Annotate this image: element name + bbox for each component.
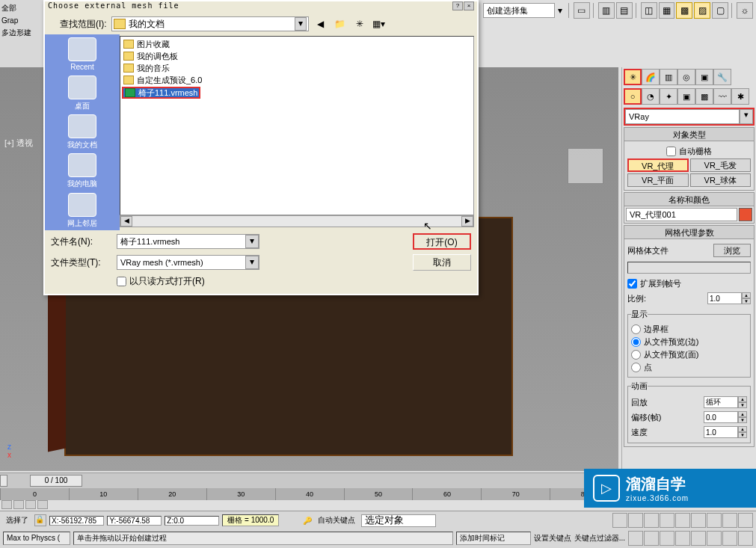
time-slider-handle[interactable]: 0 / 100	[30, 475, 82, 487]
nav-walk[interactable]	[707, 531, 722, 546]
render-setup-button[interactable]: ▨	[694, 2, 710, 19]
systems-tab[interactable]: ✱	[731, 88, 749, 105]
nav-play[interactable]	[644, 513, 659, 528]
category-value[interactable]	[625, 109, 740, 124]
cancel-button[interactable]: 取消	[413, 254, 471, 271]
object-color-swatch[interactable]	[739, 208, 752, 221]
left-combo[interactable]: 全部	[1, 1, 42, 15]
selection-set-combo[interactable]	[483, 3, 555, 18]
next-key-button[interactable]	[37, 500, 48, 509]
category-dropdown[interactable]: ▾	[624, 108, 755, 126]
nav-orbit[interactable]	[722, 531, 737, 546]
spinner-up[interactable]: ▲	[742, 292, 751, 298]
nav-next-frame[interactable]	[660, 513, 674, 528]
vr-fur-button[interactable]: VR_毛发	[690, 158, 752, 172]
material-editor-button[interactable]: ▩	[676, 2, 692, 19]
filetype-input[interactable]	[117, 256, 245, 269]
display-point-radio[interactable]	[631, 363, 641, 372]
nav-region[interactable]	[675, 531, 690, 546]
nav-zoom-all[interactable]	[644, 531, 659, 546]
setkey-button[interactable]: 设置关键点	[534, 533, 571, 544]
cameras-tab[interactable]: ▣	[677, 88, 695, 105]
offset-input[interactable]	[704, 411, 738, 423]
auto-grid-checkbox[interactable]	[666, 147, 676, 156]
expand-frame-checkbox[interactable]	[627, 279, 637, 289]
dropdown-arrow-icon[interactable]: ▾	[740, 109, 753, 124]
places-item[interactable]: Recent	[45, 34, 120, 73]
render-button[interactable]: ☼	[737, 2, 753, 19]
layers-button[interactable]: ▤	[616, 2, 633, 19]
spinner-down[interactable]: ▼	[742, 298, 751, 304]
dropdown-arrow-icon[interactable]: ▾	[245, 235, 259, 248]
file-item[interactable]: 自定生成预设_6.0	[122, 74, 472, 86]
file-item[interactable]: 椅子111.vrmesh	[122, 87, 200, 99]
prev-key-button[interactable]	[25, 500, 36, 509]
vr-proxy-button[interactable]: VR_代理	[627, 158, 689, 172]
viewcube[interactable]	[568, 148, 603, 184]
display-tab[interactable]: ▣	[695, 69, 713, 85]
time-tag[interactable]: 添加时间标记	[456, 532, 531, 545]
lock-button[interactable]: 🔒	[34, 514, 46, 526]
up-button[interactable]: 📁	[333, 16, 348, 31]
nav-pan2[interactable]	[691, 531, 706, 546]
selection-dropdown[interactable]	[361, 514, 436, 527]
key-mode-button[interactable]	[1, 500, 12, 509]
playback-input[interactable]	[704, 396, 738, 408]
places-item[interactable]: 网上邻居	[45, 191, 120, 230]
geometry-tab[interactable]: ○	[624, 88, 642, 105]
create-tab[interactable]: ✳	[624, 69, 642, 85]
nav-max[interactable]	[738, 513, 753, 528]
nav-arc[interactable]	[707, 513, 722, 528]
vr-plane-button[interactable]: VR_平面	[627, 173, 689, 187]
vr-sphere-button[interactable]: VR_球体	[690, 173, 752, 187]
filename-input[interactable]	[117, 235, 245, 248]
places-item[interactable]: 我的电脑	[45, 152, 120, 191]
display-preview-faces-radio[interactable]	[631, 350, 641, 360]
horizontal-scrollbar[interactable]: ◀▶	[120, 215, 474, 227]
nav-prev-key[interactable]	[612, 513, 627, 528]
new-folder-button[interactable]: ✳	[352, 16, 367, 31]
places-item[interactable]: 桌面	[45, 73, 120, 112]
browse-button[interactable]: 浏览	[713, 244, 751, 257]
lights-tab[interactable]: ✦	[660, 88, 677, 105]
viewport-label[interactable]: [+] 透视	[4, 138, 33, 149]
file-item[interactable]: 图片收藏	[122, 38, 472, 50]
schematic-button[interactable]: ▦	[659, 2, 675, 19]
y-input[interactable]	[116, 517, 159, 525]
keyfilter-button[interactable]: 关键点过滤器...	[574, 533, 625, 544]
nav-pan[interactable]	[691, 513, 706, 528]
dropdown-arrow-icon[interactable]: ▾	[295, 17, 307, 31]
key-mode-button[interactable]	[13, 500, 24, 509]
places-item[interactable]: 我的文档	[45, 113, 120, 152]
mesh-file-field[interactable]	[627, 262, 751, 274]
display-preview-edges-radio[interactable]	[631, 337, 641, 347]
lookin-dropdown[interactable]: 我的文档 ▾	[111, 16, 309, 31]
dropdown-arrow-icon[interactable]: ▾	[245, 256, 259, 269]
dialog-help-button[interactable]: ?	[452, 1, 463, 10]
nav-zoom-ext[interactable]	[628, 531, 643, 546]
speed-input[interactable]	[704, 426, 738, 438]
autokey-button[interactable]: 自动关键点	[315, 515, 358, 526]
open-button[interactable]: 打开(O)	[413, 233, 471, 250]
utilities-tab[interactable]: 🔧	[713, 69, 731, 85]
dropdown-arrow-icon[interactable]: ▾	[555, 5, 565, 16]
views-button[interactable]: ▦▾	[372, 16, 387, 31]
spacewarps-tab[interactable]: 〰	[713, 88, 731, 105]
nav-prev-frame[interactable]	[628, 513, 643, 528]
file-item[interactable]: 我的音乐	[122, 62, 472, 74]
nav-max2[interactable]	[738, 531, 753, 546]
shapes-tab[interactable]: ◔	[642, 88, 660, 105]
scale-input[interactable]	[707, 292, 742, 304]
time-slider-open[interactable]	[0, 475, 7, 487]
object-name-input[interactable]	[626, 208, 737, 221]
render-frame-button[interactable]: ▢	[712, 2, 728, 19]
modify-tab[interactable]: 🌈	[642, 69, 660, 85]
back-button[interactable]: ◀	[313, 16, 328, 31]
mirror-button[interactable]: ▭	[574, 2, 590, 19]
nav-next-key[interactable]	[675, 513, 690, 528]
file-item[interactable]: 我的调色板	[122, 50, 472, 62]
readonly-checkbox[interactable]	[117, 277, 126, 286]
nav-zoom[interactable]	[722, 513, 737, 528]
z-input[interactable]	[173, 517, 217, 525]
display-bbox-radio[interactable]	[631, 324, 641, 334]
